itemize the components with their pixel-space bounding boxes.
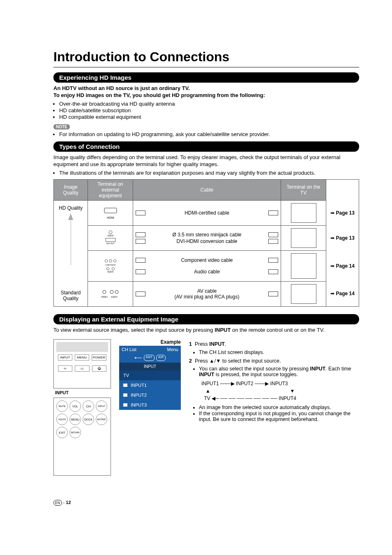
image-quality-top: HD Quality bbox=[56, 205, 85, 211]
tv-component-terminal-icon bbox=[291, 253, 316, 279]
example-label: Example bbox=[119, 339, 181, 345]
step-bullet: The CH List screen displays. bbox=[199, 349, 359, 355]
power-icon: ⏻ bbox=[92, 365, 106, 372]
list-item: HD cable/satellite subscription bbox=[59, 107, 359, 113]
note-text: For information on updating to HD progra… bbox=[59, 131, 359, 137]
hd-lead-2: To enjoy HD images on the TV, you should… bbox=[53, 92, 265, 98]
source-icon: ⇦ bbox=[58, 365, 72, 372]
svg-text:VIDEO: VIDEO bbox=[101, 296, 108, 298]
vol-button: VOL bbox=[69, 400, 81, 412]
air-tag: AIR bbox=[156, 355, 166, 361]
remote-control-illustration: INPUT MENU POWER ⇦ ▭ ⏻ bbox=[53, 339, 111, 388]
page-ref: Page 14 bbox=[336, 263, 354, 269]
svg-text:COMPONENT: COMPONENT bbox=[105, 264, 116, 266]
connection-table: Image Quality Terminal on external equip… bbox=[53, 179, 359, 307]
svg-text:AUDIO: AUDIO bbox=[107, 271, 113, 273]
rca-plug-icon bbox=[268, 258, 278, 263]
hdmi-port-icon: HDMI bbox=[100, 204, 121, 220]
section-heading-display: Displaying an External Equipment Image bbox=[53, 314, 359, 324]
step-number: 1 bbox=[189, 341, 192, 347]
menu-item-input1: INPUT1 bbox=[119, 380, 181, 390]
menu-title-menu: Menu bbox=[167, 347, 178, 352]
hd-source-list: Over-the-air broadcasting via HD quality… bbox=[53, 101, 359, 120]
table-row: AUDIODVI OUT Ø 3.5 mm stereo minijack ca… bbox=[54, 225, 359, 250]
table-row: VIDEOAUDIO AV cable (AV mini plug and RC… bbox=[54, 281, 359, 306]
dvi-plug-icon bbox=[136, 239, 145, 244]
right-arrow-icon: ➡ bbox=[330, 263, 334, 269]
step-number: 2 bbox=[189, 358, 192, 364]
menu-title-chlist: CH List bbox=[122, 347, 136, 352]
list-item: HD compatible external equipment bbox=[59, 114, 359, 120]
svg-point-13 bbox=[103, 290, 106, 294]
types-subnote: The illustrations of the terminals are f… bbox=[59, 170, 359, 176]
th-terminal-eq: Terminal on external equipment bbox=[88, 179, 133, 200]
section-heading-types: Types of Connection bbox=[53, 141, 359, 152]
image-quality-bottom: Standard Quality bbox=[56, 290, 85, 301]
hd-lead-1: An HDTV without an HD source is just an … bbox=[53, 85, 190, 91]
lang-badge: EN bbox=[53, 500, 62, 506]
composite-port-icon: VIDEOAUDIO bbox=[100, 287, 121, 299]
instruction-steps: 1 Press INPUT. The CH List screen displa… bbox=[189, 339, 359, 476]
remote-input-button: INPUT bbox=[58, 354, 72, 361]
svg-point-6 bbox=[105, 259, 107, 262]
svg-point-11 bbox=[112, 268, 114, 270]
rca-plug-icon bbox=[268, 269, 278, 274]
mute-button: MUTE bbox=[56, 400, 68, 412]
menu-item-tv: TV bbox=[119, 370, 181, 380]
rca-plug-icon bbox=[136, 269, 145, 274]
menu-item-input2: INPUT2 bbox=[119, 390, 181, 400]
dvi-audio-port-icon: AUDIODVI OUT bbox=[100, 229, 121, 245]
hdmi-plug-icon bbox=[136, 210, 145, 215]
remote-menu-button: MENU bbox=[75, 354, 89, 361]
right-arrow-icon: ➡ bbox=[330, 235, 334, 241]
section-heading-hd: Experiencing HD Images bbox=[53, 72, 359, 83]
cable-label: Component video cable bbox=[148, 257, 266, 263]
tv-side-controls-illustration: MUTE VOL CH INPUT AQUOS MENU DOCK ENTER … bbox=[53, 398, 111, 476]
display-icon: ▭ bbox=[75, 365, 89, 372]
th-image-quality: Image Quality bbox=[54, 179, 88, 200]
svg-point-15 bbox=[115, 290, 118, 294]
plug-icon bbox=[123, 393, 127, 397]
note-badge: NOTE bbox=[53, 124, 70, 130]
enter-button: ENTER bbox=[96, 414, 107, 425]
svg-rect-18 bbox=[123, 384, 127, 387]
menu-sub-input: INPUT bbox=[119, 363, 181, 370]
page-title: Introduction to Connections bbox=[53, 49, 359, 67]
svg-rect-4 bbox=[106, 238, 115, 241]
minijack-plug-icon bbox=[136, 232, 145, 237]
step-bullet: An image from the selected source automa… bbox=[199, 405, 359, 410]
ant-tag: ANT bbox=[144, 355, 154, 361]
cable-label: AV cable (AV mini plug and RCA plugs) bbox=[148, 288, 266, 300]
types-intro: Image quality differs depending on the t… bbox=[53, 154, 359, 168]
svg-text:HDMI: HDMI bbox=[107, 216, 114, 219]
cable-label: Ø 3.5 mm stereo minijack cable bbox=[148, 232, 266, 238]
rca-plug-icon bbox=[136, 258, 145, 263]
rca-plug-icon bbox=[136, 291, 145, 296]
plug-icon bbox=[123, 384, 127, 387]
remote-power-button: POWER bbox=[92, 354, 106, 361]
right-arrow-icon: ➡ bbox=[330, 210, 334, 216]
step-bullet: You can also select the input source by … bbox=[199, 366, 359, 377]
step-bullet: If the corresponding input is not plugge… bbox=[199, 411, 359, 422]
th-cable: Cable bbox=[133, 179, 281, 200]
svg-point-10 bbox=[106, 268, 109, 270]
list-item: Over-the-air broadcasting via HD quality… bbox=[59, 101, 359, 107]
th-terminal-tv: Terminal on the TV bbox=[281, 179, 326, 200]
ch-button: CH bbox=[83, 400, 94, 412]
onscreen-menu-illustration: CH List Menu ⟵ ANT AIR INPUT TV INPUT1 I… bbox=[119, 346, 181, 410]
input-button: INPUT bbox=[96, 400, 107, 412]
component-port-icon: COMPONENTAUDIO bbox=[100, 257, 121, 273]
svg-point-7 bbox=[109, 259, 111, 262]
input-toggle-flow: INPUT1 ───▶ INPUT2 ───▶ INPUT3 ▲ ───────… bbox=[201, 380, 359, 402]
return-button: RETURN bbox=[69, 427, 81, 438]
exit-button: EXIT bbox=[56, 427, 68, 438]
hdmi-plug-icon bbox=[268, 210, 278, 215]
miniplug-icon bbox=[268, 291, 278, 296]
cable-label: DVI-HDMI conversion cable bbox=[148, 238, 266, 244]
minijack-plug-icon bbox=[268, 232, 278, 237]
tv-hdmi-audio-terminal-icon bbox=[291, 228, 316, 248]
up-down-arrows-icon: ▲/▼ bbox=[209, 358, 221, 364]
input-label: INPUT bbox=[55, 390, 111, 395]
svg-rect-0 bbox=[104, 208, 117, 213]
page-number: 12 bbox=[66, 500, 71, 505]
